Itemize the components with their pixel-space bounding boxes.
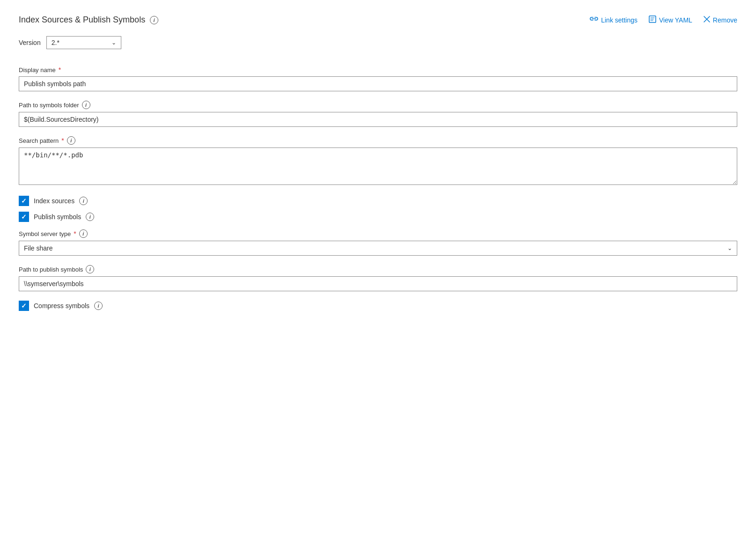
page-header: Index Sources & Publish Symbols i Link s… bbox=[19, 15, 737, 25]
display-name-label: Display name * bbox=[19, 66, 737, 74]
compress-symbols-checkbox[interactable]: ✓ bbox=[19, 301, 29, 311]
path-symbols-folder-info-icon[interactable]: i bbox=[82, 101, 90, 109]
path-publish-symbols-label: Path to publish symbols i bbox=[19, 265, 737, 273]
version-row: Version 2.* ⌄ bbox=[19, 36, 737, 49]
search-pattern-info-icon[interactable]: i bbox=[67, 136, 75, 145]
remove-label: Remove bbox=[713, 16, 737, 24]
symbol-server-type-label: Symbol server type * i bbox=[19, 229, 737, 238]
link-settings-button[interactable]: Link settings bbox=[590, 16, 637, 24]
path-symbols-folder-input[interactable] bbox=[19, 112, 737, 127]
symbol-server-type-select[interactable]: File share ⌄ bbox=[19, 241, 737, 256]
search-pattern-label: Search pattern * i bbox=[19, 136, 737, 145]
view-yaml-button[interactable]: View YAML bbox=[649, 15, 692, 25]
publish-symbols-checkbox[interactable]: ✓ bbox=[19, 212, 29, 222]
yaml-icon bbox=[649, 15, 656, 25]
path-publish-symbols-input[interactable] bbox=[19, 276, 737, 291]
symbol-server-type-value: File share bbox=[24, 244, 52, 252]
index-sources-info-icon[interactable]: i bbox=[79, 197, 88, 205]
symbol-server-type-required: * bbox=[74, 230, 76, 237]
link-settings-label: Link settings bbox=[601, 16, 637, 24]
index-sources-label: Index sources bbox=[34, 197, 74, 205]
publish-symbols-info-icon[interactable]: i bbox=[86, 213, 94, 221]
display-name-section: Display name * bbox=[19, 66, 737, 91]
version-label: Version bbox=[19, 39, 41, 46]
path-symbols-folder-section: Path to symbols folder i bbox=[19, 101, 737, 127]
display-name-input[interactable] bbox=[19, 76, 737, 91]
display-name-required: * bbox=[59, 66, 61, 74]
header-info-icon[interactable]: i bbox=[150, 16, 158, 24]
compress-symbols-label: Compress symbols bbox=[34, 302, 89, 310]
header-left: Index Sources & Publish Symbols i bbox=[19, 15, 158, 25]
path-publish-symbols-section: Path to publish symbols i bbox=[19, 265, 737, 291]
symbol-server-type-chevron-icon: ⌄ bbox=[727, 245, 732, 251]
version-value: 2.* bbox=[52, 39, 59, 46]
search-pattern-section: Search pattern * i **/bin/**/*.pdb bbox=[19, 136, 737, 186]
version-select[interactable]: 2.* ⌄ bbox=[46, 36, 121, 49]
view-yaml-label: View YAML bbox=[659, 16, 692, 24]
index-sources-check-icon: ✓ bbox=[21, 197, 27, 205]
version-chevron-icon: ⌄ bbox=[111, 39, 116, 46]
publish-symbols-row: ✓ Publish symbols i bbox=[19, 212, 737, 222]
path-symbols-folder-label: Path to symbols folder i bbox=[19, 101, 737, 109]
remove-button[interactable]: Remove bbox=[704, 16, 737, 24]
search-pattern-required: * bbox=[61, 137, 64, 144]
search-pattern-input[interactable]: **/bin/**/*.pdb bbox=[19, 148, 737, 185]
publish-symbols-check-icon: ✓ bbox=[21, 213, 27, 221]
header-actions: Link settings View YAML Remove bbox=[590, 15, 737, 25]
path-publish-symbols-info-icon[interactable]: i bbox=[86, 265, 94, 273]
compress-symbols-row: ✓ Compress symbols i bbox=[19, 301, 737, 311]
symbol-server-type-info-icon[interactable]: i bbox=[79, 229, 88, 238]
index-sources-checkbox[interactable]: ✓ bbox=[19, 196, 29, 206]
compress-symbols-check-icon: ✓ bbox=[21, 302, 27, 310]
compress-symbols-info-icon[interactable]: i bbox=[94, 302, 103, 310]
remove-icon bbox=[704, 16, 710, 24]
publish-symbols-label: Publish symbols bbox=[34, 213, 81, 221]
link-icon bbox=[590, 16, 598, 24]
symbol-server-type-section: Symbol server type * i File share ⌄ bbox=[19, 229, 737, 256]
page-title: Index Sources & Publish Symbols bbox=[19, 15, 145, 25]
index-sources-row: ✓ Index sources i bbox=[19, 196, 737, 206]
